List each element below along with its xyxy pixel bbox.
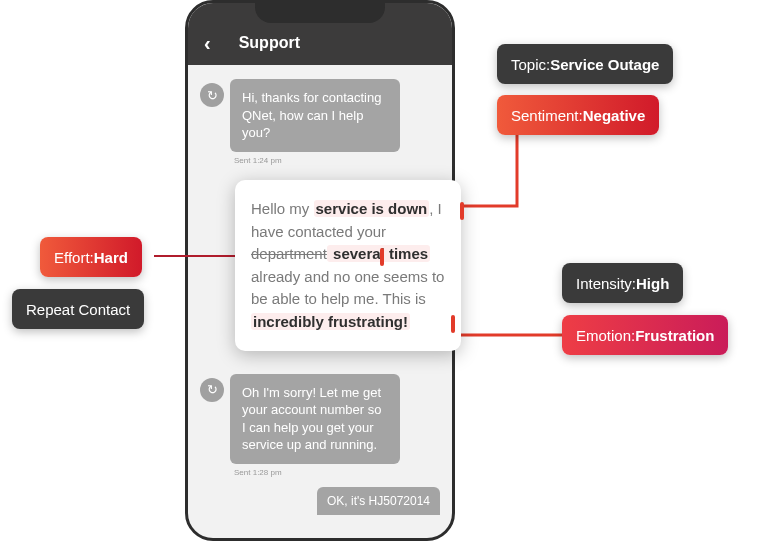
- label-sentiment: Sentiment: Negative: [497, 95, 659, 135]
- label-intensity: Intensity: High: [562, 263, 683, 303]
- highlight-several-times: several times: [327, 245, 430, 262]
- timestamp-2: Sent 1:28 pm: [234, 468, 440, 477]
- agent-message-row: ↻ Hi, thanks for contacting QNet, how ca…: [200, 79, 440, 152]
- agent-message-row-2: ↻ Oh I'm sorry! Let me get your account …: [200, 374, 440, 464]
- header-title: Support: [239, 34, 300, 52]
- label-emotion: Emotion: Frustration: [562, 315, 728, 355]
- label-topic: Topic: Service Outage: [497, 44, 673, 84]
- strikethrough-text: department: [251, 245, 327, 262]
- tick-3: [451, 315, 455, 333]
- highlight-frustrating: incredibly frustrating!: [251, 313, 410, 330]
- label-effort: Effort: Hard: [40, 237, 142, 277]
- tick-2: [380, 248, 384, 266]
- agent-avatar-icon: ↻: [200, 83, 224, 107]
- user-message-2: OK, it's HJ5072014: [317, 487, 440, 515]
- label-repeat-contact: Repeat Contact: [12, 289, 144, 329]
- highlighted-user-message: Hello my service is down, I have contact…: [235, 180, 461, 351]
- tick-1: [460, 202, 464, 220]
- user-message-row-2: OK, it's HJ5072014: [200, 487, 440, 515]
- phone-notch: [255, 1, 385, 23]
- agent-avatar-icon: ↻: [200, 378, 224, 402]
- back-icon[interactable]: ‹: [204, 32, 211, 55]
- highlight-service-down: service is down: [314, 200, 430, 217]
- timestamp-1: Sent 1:24 pm: [234, 156, 440, 165]
- agent-message-2: Oh I'm sorry! Let me get your account nu…: [230, 374, 400, 464]
- agent-message-1: Hi, thanks for contacting QNet, how can …: [230, 79, 400, 152]
